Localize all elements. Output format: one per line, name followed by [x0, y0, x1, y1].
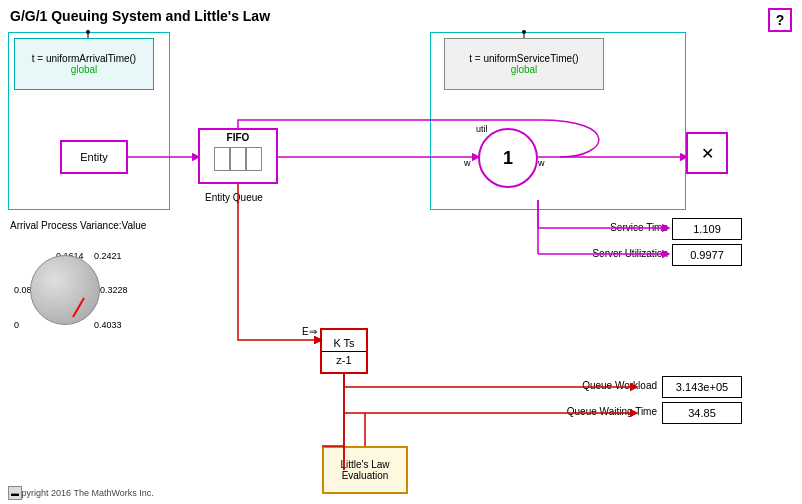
dial-label-0.3228: 0.3228	[100, 285, 128, 295]
arrival-time-block: t = uniformArrivalTime() global	[14, 38, 154, 90]
service-time-label: Service Time	[610, 222, 668, 233]
util-label-w-right: w	[538, 158, 545, 168]
copyright: Copyright 2016 The MathWorks Inc.	[10, 488, 154, 498]
dial-label-0.4033: 0.4033	[94, 320, 122, 330]
service-scope: global	[511, 64, 538, 75]
kts-block: K Ts z-1	[320, 328, 368, 374]
dial-title: Arrival Process Variance:Value	[10, 220, 190, 231]
kts-divider	[322, 351, 366, 352]
dial-area: Arrival Process Variance:Value 0.1614 0.…	[10, 220, 190, 345]
entity-block: Entity	[60, 140, 128, 174]
server-block: 1	[478, 128, 538, 188]
server-util-display: 0.9977	[672, 244, 742, 266]
queue-waiting-label: Queue Waiting Time	[567, 406, 657, 417]
svg-point-4	[86, 30, 90, 34]
dial-label-0: 0	[14, 320, 19, 330]
littles-line1: Little's Law	[340, 459, 389, 470]
service-time-block: t = uniformServiceTime() global	[444, 38, 604, 90]
dial-needle	[72, 298, 85, 318]
queue-workload-display: 3.143e+05	[662, 376, 742, 398]
queue-cell-3	[246, 147, 262, 171]
exit-icon: ✕	[701, 144, 714, 163]
minimize-button[interactable]: ▬	[8, 486, 22, 500]
util-label-w-left: w	[464, 158, 471, 168]
queue-block: FIFO	[198, 128, 278, 184]
queue-waiting-display: 34.85	[662, 402, 742, 424]
server-util-label: Server Utilization	[592, 248, 668, 259]
page-title: G/G/1 Queuing System and Little's Law	[10, 8, 270, 24]
kts-top: K Ts	[333, 337, 354, 349]
queue-cell-2	[230, 147, 246, 171]
util-label-top: util	[476, 124, 488, 134]
help-button[interactable]: ?	[768, 8, 792, 32]
service-time-value: 1.109	[693, 223, 721, 235]
fifo-label: FIFO	[227, 132, 250, 143]
queue-workload-label: Queue Workload	[582, 380, 657, 391]
queue-cell-1	[214, 147, 230, 171]
littles-law-block: Little's Law Evaluation	[322, 446, 408, 494]
queue-waiting-value: 34.85	[688, 407, 716, 419]
arrival-scope: global	[71, 64, 98, 75]
queue-cells	[214, 147, 262, 171]
littles-line2: Evaluation	[342, 470, 389, 481]
e-arrow-label: E⇒	[302, 326, 317, 337]
queue-label: Entity Queue	[205, 192, 263, 203]
queue-workload-value: 3.143e+05	[676, 381, 728, 393]
exit-block: ✕	[686, 132, 728, 174]
entity-label: Entity	[80, 151, 108, 163]
kts-bottom: z-1	[336, 354, 351, 366]
server-util-value: 0.9977	[690, 249, 724, 261]
dial-knob[interactable]	[30, 255, 100, 325]
service-equation: t = uniformServiceTime()	[469, 53, 578, 64]
arrival-equation: t = uniformArrivalTime()	[32, 53, 136, 64]
service-time-display: 1.109	[672, 218, 742, 240]
dial-container: 0.1614 0.2421 0.3228 0.4033 0 0.0807	[10, 235, 140, 345]
svg-point-6	[522, 30, 526, 34]
dial-label-0.2421: 0.2421	[94, 251, 122, 261]
